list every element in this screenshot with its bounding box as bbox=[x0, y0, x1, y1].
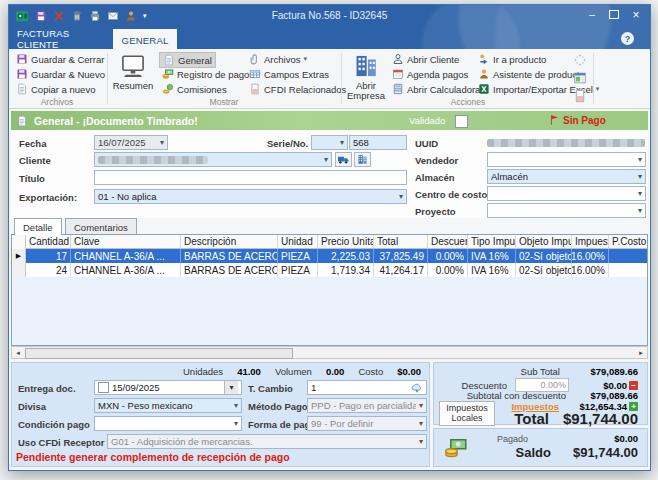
entrega-doc-label: Entrega doc. bbox=[18, 383, 76, 394]
impuestos-locales-button[interactable]: Impuestos Locales bbox=[439, 401, 495, 426]
col-impuesto[interactable]: Impuesto bbox=[572, 235, 609, 249]
save-icon[interactable] bbox=[35, 10, 47, 22]
guardar-nuevo-button[interactable]: Guardar & Nuevo bbox=[13, 67, 108, 81]
abrir-empresa-button[interactable]: Abrir Empresa bbox=[345, 53, 387, 101]
assistant-icon bbox=[478, 68, 490, 80]
entrega-doc-field[interactable]: 15/09/2025 bbox=[94, 380, 242, 395]
exportacion-field[interactable]: 01 - No aplica bbox=[94, 189, 407, 204]
table-row[interactable]: 17 CHANNEL A-36/A ... BARRAS DE ACERO PI… bbox=[12, 249, 647, 263]
saldo-label: Saldo bbox=[516, 445, 551, 460]
col-total[interactable]: Total bbox=[374, 235, 428, 249]
entrega-checkbox[interactable] bbox=[98, 382, 109, 393]
fecha-field[interactable]: 16/07/2025 bbox=[94, 135, 168, 150]
scroll-right-icon[interactable]: ▸ bbox=[635, 347, 647, 358]
scrollbar-thumb[interactable] bbox=[25, 348, 293, 359]
proyecto-field[interactable] bbox=[487, 203, 646, 218]
grid-header-row: Cantidad Clave Descripción Unidad Precio… bbox=[12, 235, 647, 249]
cfdi-relacionados-button[interactable]: CFDI Relacionados bbox=[246, 82, 349, 96]
col-unidad[interactable]: Unidad bbox=[278, 235, 318, 249]
fields-icon bbox=[249, 68, 261, 80]
serie-label: Serie/No. bbox=[267, 138, 308, 149]
sin-pago-badge: Sin Pago bbox=[563, 115, 606, 126]
group-label-mostrar: Mostrar bbox=[109, 97, 339, 107]
divisa-field[interactable]: MXN - Peso mexicano bbox=[94, 398, 242, 413]
cloud-refresh-icon[interactable] bbox=[411, 382, 423, 394]
uso-cfdi-label: Uso CFDi Receptor bbox=[18, 437, 105, 448]
col-objeto-impuesto[interactable]: Objeto Impuesto bbox=[516, 235, 572, 249]
tcambio-field[interactable]: 1 bbox=[307, 380, 427, 395]
asistente-producto-button[interactable]: Asistente de producto bbox=[475, 67, 588, 81]
mostrar-general-button[interactable]: General bbox=[159, 52, 216, 68]
col-descripcion[interactable]: Descripción bbox=[181, 235, 278, 249]
resumen-button[interactable]: Resumen bbox=[111, 53, 155, 91]
forma-pago-field[interactable]: 99 - Por definir bbox=[307, 416, 427, 431]
fecha-label: Fecha bbox=[19, 138, 46, 149]
document-red-icon[interactable] bbox=[573, 89, 587, 103]
print-icon[interactable] bbox=[89, 10, 101, 22]
chevron-down-icon bbox=[416, 419, 423, 428]
col-cantidad[interactable]: Cantidad bbox=[26, 235, 71, 249]
items-grid: Cantidad Clave Descripción Unidad Precio… bbox=[11, 234, 648, 346]
delete-icon[interactable] bbox=[53, 10, 65, 22]
validado-checkbox[interactable] bbox=[455, 115, 468, 128]
scroll-left-icon[interactable]: ◂ bbox=[12, 347, 24, 358]
cliente-truck-button[interactable] bbox=[335, 152, 352, 167]
saldo-panel: Pagado$0.00 Saldo$91,744.00 bbox=[433, 428, 648, 467]
chevron-down-icon bbox=[303, 55, 307, 63]
titulo-field[interactable] bbox=[94, 170, 407, 185]
numero-field[interactable]: 568 bbox=[349, 135, 407, 150]
refresh-sparkle-icon[interactable] bbox=[573, 53, 587, 67]
col-precio-unitario[interactable]: Precio Unitario bbox=[318, 235, 374, 249]
saldo-row: Saldo$91,744.00 bbox=[516, 445, 638, 460]
condicion-pago-field[interactable] bbox=[94, 416, 242, 431]
almacen-field[interactable]: Almacén bbox=[487, 169, 646, 184]
tab-general[interactable]: GENERAL bbox=[113, 29, 177, 50]
cliente-building-button[interactable] bbox=[354, 152, 371, 167]
guardar-cerrar-button[interactable]: Guardar & Cerrar bbox=[13, 52, 107, 66]
maximize-button[interactable] bbox=[603, 6, 625, 23]
tab-facturas-cliente[interactable]: FACTURAS CLIENTE bbox=[17, 29, 109, 49]
banner-title: General - ¡Documento Timbrado! bbox=[34, 115, 198, 127]
cliente-field[interactable] bbox=[94, 152, 332, 167]
ir-a-producto-button[interactable]: Ir a producto bbox=[475, 52, 549, 66]
campos-extras-button[interactable]: Campos Extras bbox=[246, 67, 332, 81]
col-tipo-impuesto[interactable]: Tipo Impuesto bbox=[468, 235, 516, 249]
volumen-label: Volumen bbox=[275, 366, 312, 377]
exportacion-label: Exportación: bbox=[19, 192, 77, 203]
calculator-icon bbox=[392, 83, 404, 95]
serie-field[interactable] bbox=[311, 135, 348, 150]
archivos-button[interactable]: Archivos bbox=[246, 52, 310, 66]
table-row[interactable]: 24 CHANNEL A-36/A ... BARRAS DE ACERO PI… bbox=[12, 263, 647, 277]
agenda-pagos-button[interactable]: Agenda pagos bbox=[389, 67, 471, 81]
trash-icon[interactable] bbox=[71, 10, 83, 22]
vendedor-field[interactable] bbox=[487, 152, 646, 167]
mail-icon[interactable] bbox=[107, 10, 119, 22]
tab-comentarios[interactable]: Comentarios bbox=[65, 218, 137, 235]
flag-icon bbox=[549, 114, 561, 126]
unidades-value: 41.00 bbox=[237, 366, 261, 377]
col-clave[interactable]: Clave bbox=[71, 235, 181, 249]
col-descuento[interactable]: Descuento bbox=[428, 235, 468, 249]
grid-report-icon[interactable] bbox=[573, 71, 587, 85]
ribbon: Guardar & Cerrar Guardar & Nuevo Copiar … bbox=[9, 49, 650, 109]
chevron-down-icon[interactable] bbox=[224, 381, 238, 394]
titlebar: Factura No.568 - ID32645 FACTURAS CLIENT… bbox=[9, 5, 650, 49]
comisiones-button[interactable]: Comisiones bbox=[159, 82, 230, 96]
abrir-calculadora-button[interactable]: Abrir Calculadora bbox=[389, 82, 483, 96]
minimize-button[interactable] bbox=[581, 6, 603, 23]
metodo-pago-field[interactable]: PPD - Pago en parcialidades o d bbox=[307, 398, 427, 413]
col-pcosto[interactable]: P.Costo bbox=[609, 235, 648, 249]
copiar-nuevo-button[interactable]: Copiar a nuevo bbox=[13, 82, 98, 96]
grid-horizontal-scrollbar[interactable]: ◂ ▸ bbox=[11, 346, 648, 359]
abrir-cliente-button[interactable]: Abrir Cliente bbox=[389, 52, 462, 66]
subtotal-label: Sub Total bbox=[521, 366, 560, 377]
uso-cfdi-field[interactable]: G01 - Adquisición de mercancias. bbox=[107, 434, 427, 449]
uuid-label: UUID bbox=[415, 138, 438, 149]
condicion-pago-label: Condición pago bbox=[18, 419, 90, 430]
tab-detalle[interactable]: Detalle bbox=[14, 218, 62, 235]
group-label-acciones: Acciones bbox=[345, 97, 591, 107]
close-button[interactable] bbox=[625, 6, 647, 23]
centro-costo-field[interactable] bbox=[487, 186, 646, 201]
chevron-down-icon bbox=[231, 401, 238, 410]
help-icon[interactable] bbox=[621, 32, 634, 45]
